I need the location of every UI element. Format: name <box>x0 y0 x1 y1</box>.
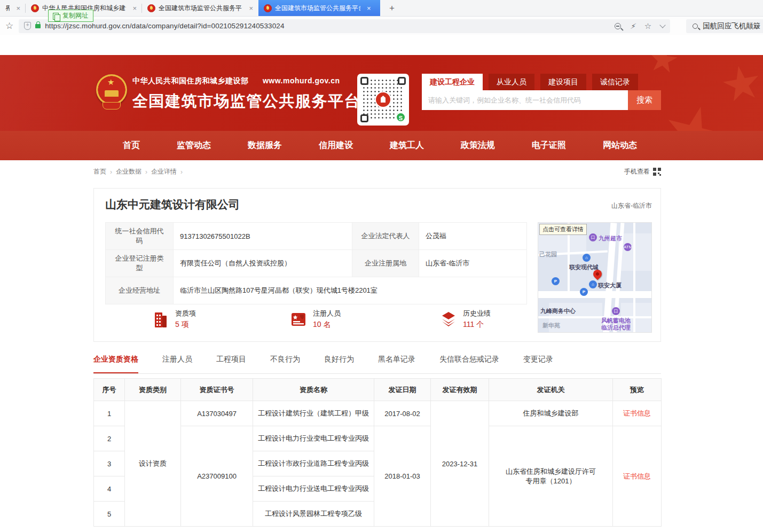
favorite-star-icon[interactable]: ☆ <box>644 21 651 31</box>
certificate-info-link[interactable]: 证书信息 <box>623 409 651 417</box>
close-icon[interactable]: × <box>16 4 20 12</box>
site-search-input[interactable] <box>422 90 628 110</box>
tab-title: 界 <box>5 4 10 13</box>
breadcrumb-home[interactable]: 首页 <box>93 167 106 176</box>
nav-item-site-news[interactable]: 网站动态 <box>603 140 637 151</box>
table-header-row: 序号 资质类别 资质证书号 资质名称 发证日期 发证有效期 发证机关 预览 <box>94 379 662 401</box>
stat-qualifications[interactable]: 资质项 5 项 <box>152 309 196 330</box>
banner-star-decor <box>647 55 680 76</box>
browser-tab-partial[interactable]: 界 × <box>0 0 26 16</box>
map-label-battery2: 临沂总代理 <box>601 324 631 332</box>
page: 界 × 中华人民共和国住房和城乡建设 × 全国建筑市场监管公共服务平台 × 全国… <box>0 0 763 532</box>
search-hot-text[interactable]: 国航回应飞机颠簸 <box>703 21 760 31</box>
registration-type-value: 有限责任公司（自然人投资或控股） <box>174 250 352 277</box>
stat-historical-performance[interactable]: 历史业绩 111 个 <box>439 309 491 330</box>
nav-item-data-service[interactable]: 数据服务 <box>248 140 282 151</box>
close-icon[interactable]: × <box>249 4 253 12</box>
map-label-modern-city: 联安现代城 <box>569 263 599 271</box>
nav-item-credit[interactable]: 信用建设 <box>319 140 353 151</box>
tab-bad-behavior[interactable]: 不良行为 <box>270 355 300 373</box>
copy-url-tooltip: 复制网址 <box>48 10 93 22</box>
issuing-authority: 山东省住房和城乡建设厅许可专用章（1201） <box>489 426 613 527</box>
col-header: 预览 <box>613 379 662 401</box>
stat-label: 注册人员 <box>313 309 341 318</box>
site-search-module: 建设工程企业 从业人员 建设项目 诚信记录 搜索 <box>422 74 661 110</box>
issuing-authority: 住房和城乡建设部 <box>489 401 613 426</box>
lightning-icon[interactable]: ⚡ <box>630 22 635 30</box>
national-emblem-icon <box>96 74 127 112</box>
tab-title: 全国建筑市场监管公共服务平台 <box>159 4 242 13</box>
map-label-garden: 己花园 <box>539 251 557 259</box>
emblem-favicon-icon <box>31 4 39 12</box>
close-icon[interactable]: × <box>132 4 137 12</box>
search-tab-enterprise[interactable]: 建设工程企业 <box>422 74 483 90</box>
tab-good-behavior[interactable]: 良好行为 <box>324 355 354 373</box>
location-map[interactable]: 点击可查看详情 口 九州超市 ATM 己花园 ⌂ 联安现代城 ⌂ 联安大厦 P … <box>538 222 652 333</box>
table-row: 1 设计资质 A137030497 工程设计建筑行业（建筑工程）甲级 2017-… <box>94 401 662 426</box>
tab-blacklist[interactable]: 黑名单记录 <box>378 355 415 373</box>
stat-value: 10 名 <box>313 320 341 330</box>
detail-tabs: 企业资质资格 注册人员 工程项目 不良行为 良好行为 黑名单记录 失信联合惩戒记… <box>93 355 661 374</box>
chevron-down-icon[interactable] <box>660 22 666 28</box>
tab-changes[interactable]: 变更记录 <box>523 355 553 373</box>
nav-item-supervision[interactable]: 监管动态 <box>177 140 211 151</box>
map-label-business-center: 九峰商务中心 <box>540 307 576 315</box>
bookmark-star-icon[interactable]: ☆ <box>5 20 13 32</box>
address-bar-icons: ⚡ ☆ <box>615 21 665 31</box>
row-number: 2 <box>94 426 125 451</box>
ministry-name: 中华人民共和国住房和城乡建设部 <box>132 76 249 85</box>
qualification-name: 工程设计电力行业变电工程专业丙级 <box>253 426 374 451</box>
emblem-favicon-icon <box>147 4 155 12</box>
qr-center-logo-icon <box>375 91 391 108</box>
field-label: 企业登记注册类型 <box>106 250 174 277</box>
nav-item-home[interactable]: 首页 <box>123 140 140 151</box>
url-text[interactable]: https://jzsc.mohurd.gov.cn/data/company/… <box>45 22 284 30</box>
col-header: 资质类别 <box>125 379 181 401</box>
registration-region-value: 山东省-临沂市 <box>419 250 527 277</box>
zoom-out-icon[interactable] <box>615 23 621 29</box>
tab-dishonesty[interactable]: 失信联合惩戒记录 <box>439 355 499 373</box>
search-tab-project[interactable]: 建设项目 <box>540 74 586 90</box>
nav-item-elicense[interactable]: 电子证照 <box>532 140 566 151</box>
col-header: 发证有效期 <box>431 379 489 401</box>
browser-tab-jzsc[interactable]: 全国建筑市场监管公共服务平台 × <box>142 0 258 16</box>
emblem-favicon-icon <box>264 4 272 12</box>
breadcrumb-company-data[interactable]: 企业数据 <box>116 167 141 176</box>
browser-search-box[interactable]: 国航回应飞机颠簸 <box>686 19 763 33</box>
certificate-info-link[interactable]: 证书信息 <box>623 472 651 480</box>
mobile-view-label[interactable]: 手机查看 <box>624 167 650 176</box>
qualification-name: 工程设计建筑行业（建筑工程）甲级 <box>253 401 374 426</box>
site-search-button[interactable]: 搜索 <box>628 90 661 110</box>
tab-projects[interactable]: 工程项目 <box>216 355 246 373</box>
search-tab-personnel[interactable]: 从业人员 <box>489 74 534 90</box>
breadcrumb-company-detail[interactable]: 企业详情 <box>151 167 177 176</box>
shield-icon[interactable] <box>24 22 31 30</box>
address-bar[interactable]: https://jzsc.mohurd.gov.cn/data/company/… <box>19 19 670 33</box>
qr-wechat-icon: S <box>396 112 406 122</box>
stat-registered-personnel[interactable]: 注册人员 10 名 <box>289 309 341 330</box>
nav-item-workers[interactable]: 建筑工人 <box>390 140 424 151</box>
map-label-supermarket: 九州超市 <box>599 234 622 242</box>
qr-code-icon[interactable] <box>653 168 661 176</box>
close-icon[interactable]: × <box>367 4 371 12</box>
row-number: 5 <box>94 502 125 527</box>
ministry-url: www.mohurd.gov.cn <box>263 76 340 85</box>
search-tab-credit[interactable]: 诚信记录 <box>592 74 638 90</box>
map-label-xinhua: 新华苑 <box>542 322 560 330</box>
browser-tab-bar: 界 × 中华人民共和国住房和城乡建设 × 全国建筑市场监管公共服务平台 × 全国… <box>0 0 763 17</box>
browser-toolbar: ☆ https://jzsc.mohurd.gov.cn/data/compan… <box>0 17 763 35</box>
new-tab-button[interactable]: ＋ <box>380 0 404 16</box>
nav-item-policy[interactable]: 政策法规 <box>461 140 495 151</box>
qualification-name: 工程设计电力行业送电工程专业丙级 <box>253 476 374 502</box>
search-category-tabs: 建设工程企业 从业人员 建设项目 诚信记录 <box>422 74 661 90</box>
site-banner: 中华人民共和国住房和城乡建设部 www.mohurd.gov.cn 全国建筑市场… <box>0 55 763 131</box>
browser-tab-active[interactable]: 全国建筑市场监管公共服务平台 × <box>258 0 380 16</box>
tab-registered-personnel[interactable]: 注册人员 <box>162 355 192 373</box>
breadcrumb: 首页 › 企业数据 › 企业详情 › 手机查看 <box>93 167 661 176</box>
company-name: 山东中元建筑设计有限公司 <box>105 197 240 212</box>
atm-marker-icon: ATM <box>624 243 632 251</box>
tab-qualifications[interactable]: 企业资质资格 <box>93 355 138 373</box>
site-titles: 中华人民共和国住房和城乡建设部 www.mohurd.gov.cn 全国建筑市场… <box>132 76 360 112</box>
company-stats: 资质项 5 项 注册人员 10 名 <box>105 309 526 330</box>
supermarket-marker-icon: 口 <box>589 233 597 241</box>
